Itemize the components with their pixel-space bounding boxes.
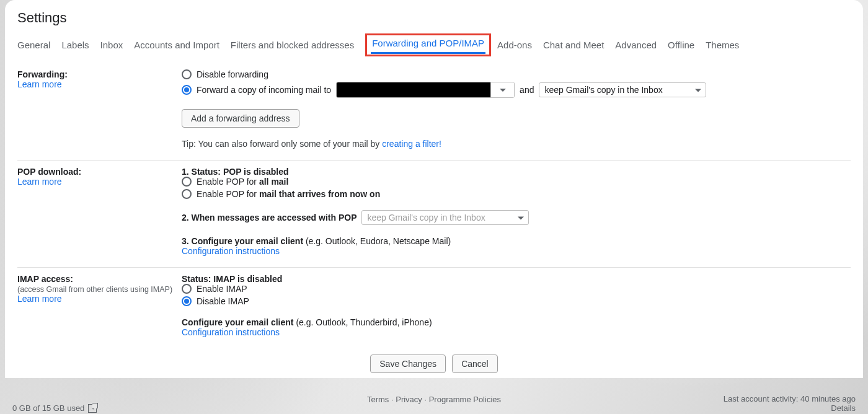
footer-center-links: Terms · Privacy · Programme Policies	[367, 395, 501, 404]
forwarding-forward-label: Forward a copy of incoming mail to	[197, 85, 331, 95]
forwarding-title: Forwarding:	[17, 69, 182, 79]
tab-advanced[interactable]: Advanced	[615, 33, 665, 56]
imap-configure-prefix: Configure your email client	[182, 317, 296, 327]
settings-panel: Settings General Labels Inbox Accounts a…	[5, 0, 863, 378]
forwarding-label-col: Forwarding: Learn more	[17, 69, 182, 149]
pop-enable-new-row: Enable POP for mail that arrives from no…	[182, 189, 851, 199]
pop-enable-all-label: Enable POP for all mail	[197, 177, 288, 187]
imap-disable-label: Disable IMAP	[197, 296, 249, 306]
forwarding-forward-row: Forward a copy of incoming mail to and k…	[182, 82, 851, 98]
pop-configure-hint: (e.g. Outlook, Eudora, Netscape Mail)	[306, 236, 451, 246]
add-forwarding-address-button[interactable]: Add a forwarding address	[182, 109, 299, 128]
details-link[interactable]: Details	[831, 403, 856, 413]
pop-title: POP download:	[17, 167, 182, 177]
forwarding-disable-row: Disable forwarding	[182, 69, 851, 79]
tab-general[interactable]: General	[17, 33, 59, 56]
tab-filters[interactable]: Filters and blocked addresses	[231, 33, 363, 56]
pop-configure-row: 3. Configure your email client (e.g. Out…	[182, 236, 851, 246]
storage-usage[interactable]: 0 GB of 15 GB used	[12, 403, 97, 413]
pop-enable-new-radio[interactable]	[182, 189, 192, 199]
imap-configure-hint: (e.g. Outlook, Thunderbird, iPhone)	[296, 317, 432, 327]
activity-text: Last account activity: 40 minutes ago	[724, 394, 856, 403]
pop-status-row: 1. Status: POP is disabled	[182, 167, 851, 177]
pop-body: 1. Status: POP is disabled Enable POP fo…	[182, 167, 851, 256]
pop-section: POP download: Learn more 1. Status: POP …	[17, 161, 851, 268]
pop-enable-new-bold: mail that arrives from now on	[259, 189, 380, 199]
forwarding-address-select[interactable]	[336, 82, 515, 98]
imap-disable-row: Disable IMAP	[182, 296, 851, 306]
create-filter-link[interactable]: creating a filter!	[382, 139, 441, 149]
terms-link[interactable]: Terms	[367, 395, 389, 404]
cancel-button[interactable]: Cancel	[452, 355, 498, 373]
forwarding-disable-radio[interactable]	[182, 69, 192, 79]
forwarding-learn-more-link[interactable]: Learn more	[17, 79, 182, 89]
forwarding-tip: Tip: You can also forward only some of y…	[182, 139, 851, 149]
pop-when-accessed-label: 2. When messages are accessed with POP	[182, 213, 356, 222]
pop-configure-prefix: 3. Configure your email client	[182, 236, 306, 246]
tab-forwarding[interactable]: Forwarding and POP/IMAP	[371, 35, 485, 54]
pop-action-value: keep Gmail's copy in the Inbox	[367, 213, 485, 222]
forwarding-disable-label: Disable forwarding	[197, 69, 268, 79]
imap-status-prefix: Status:	[182, 274, 213, 284]
page-title: Settings	[5, 0, 863, 33]
footer-right: Last account activity: 40 minutes ago De…	[724, 394, 856, 413]
action-row: Save Changes Cancel	[17, 348, 851, 378]
tab-offline[interactable]: Offline	[668, 33, 703, 56]
separator: ·	[424, 395, 428, 404]
tab-labels[interactable]: Labels	[61, 33, 97, 56]
tab-accounts[interactable]: Accounts and Import	[134, 33, 228, 56]
settings-tabs: General Labels Inbox Accounts and Import…	[5, 33, 863, 57]
forwarding-section: Forwarding: Learn more Disable forwardin…	[17, 63, 851, 161]
tab-addons[interactable]: Add-ons	[497, 33, 541, 56]
storage-text: 0 GB of 15 GB used	[12, 403, 84, 413]
tab-themes[interactable]: Themes	[706, 33, 748, 56]
imap-enable-radio[interactable]	[182, 284, 192, 294]
tab-chat[interactable]: Chat and Meet	[543, 33, 613, 56]
imap-learn-more-link[interactable]: Learn more	[17, 294, 182, 304]
imap-enable-label: Enable IMAP	[197, 284, 247, 294]
imap-disable-radio[interactable]	[182, 296, 192, 306]
policies-link[interactable]: Programme Policies	[429, 395, 501, 404]
imap-enable-row: Enable IMAP	[182, 284, 851, 294]
imap-status-row: Status: IMAP is disabled	[182, 274, 851, 284]
tab-inbox[interactable]: Inbox	[100, 33, 132, 56]
imap-subtitle: (access Gmail from other clients using I…	[17, 285, 182, 294]
imap-body: Status: IMAP is disabled Enable IMAP Dis…	[182, 274, 851, 337]
chevron-down-icon[interactable]	[490, 82, 514, 97]
forwarding-body: Disable forwarding Forward a copy of inc…	[182, 69, 851, 149]
pop-enable-all-radio[interactable]	[182, 177, 192, 187]
settings-content: Forwarding: Learn more Disable forwardin…	[5, 57, 863, 378]
pop-learn-more-link[interactable]: Learn more	[17, 177, 182, 187]
pop-enable-new-prefix: Enable POP for	[197, 189, 259, 199]
forwarding-tip-text: Tip: You can also forward only some of y…	[182, 139, 382, 149]
pop-action-select[interactable]: keep Gmail's copy in the Inbox	[361, 210, 529, 225]
pop-enable-all-row: Enable POP for all mail	[182, 177, 851, 187]
pop-when-accessed-row: 2. When messages are accessed with POP k…	[182, 210, 851, 225]
forwarding-forward-radio[interactable]	[182, 85, 192, 95]
footer: 0 GB of 15 GB used Terms · Privacy · Pro…	[5, 383, 863, 414]
pop-enable-all-bold: all mail	[259, 177, 288, 187]
pop-status-value: POP is disabled	[223, 167, 289, 177]
privacy-link[interactable]: Privacy	[396, 395, 422, 404]
imap-section: IMAP access: (access Gmail from other cl…	[17, 268, 851, 348]
forwarding-and-text: and	[520, 85, 534, 95]
pop-status-prefix: 1. Status:	[182, 167, 223, 177]
redacted-email	[337, 82, 490, 97]
pop-enable-new-label: Enable POP for mail that arrives from no…	[197, 189, 380, 199]
external-link-icon	[88, 404, 97, 413]
forwarding-action-value: keep Gmail's copy in the Inbox	[544, 85, 662, 95]
pop-configuration-link[interactable]: Configuration instructions	[182, 246, 851, 256]
pop-enable-all-prefix: Enable POP for	[197, 177, 259, 187]
imap-configure-row: Configure your email client (e.g. Outloo…	[182, 317, 851, 327]
imap-label-col: IMAP access: (access Gmail from other cl…	[17, 274, 182, 337]
imap-status-value: IMAP is disabled	[213, 274, 282, 284]
imap-title: IMAP access:	[17, 274, 182, 284]
pop-label-col: POP download: Learn more	[17, 167, 182, 256]
imap-configuration-link[interactable]: Configuration instructions	[182, 327, 851, 337]
forwarding-action-select[interactable]: keep Gmail's copy in the Inbox	[539, 82, 706, 97]
save-button[interactable]: Save Changes	[370, 355, 446, 373]
highlighted-tab-marker: Forwarding and POP/IMAP	[365, 33, 491, 56]
